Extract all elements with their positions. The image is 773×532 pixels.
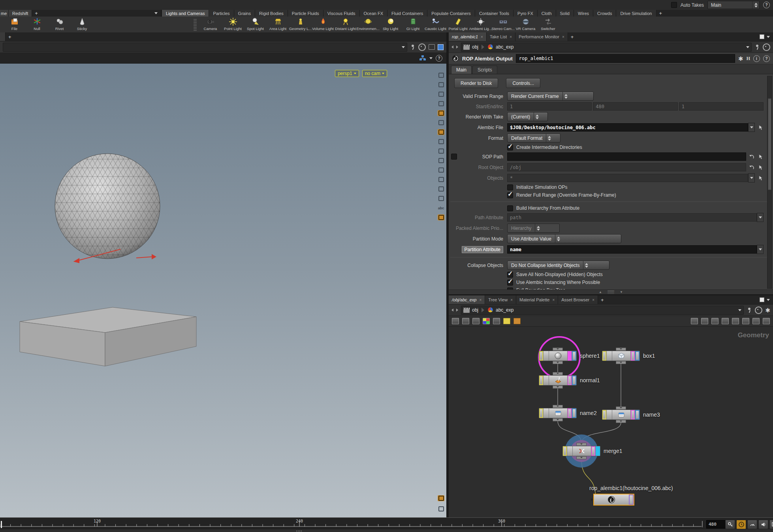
character-icon[interactable] [438,120,444,126]
node-display-flag[interactable] [572,376,576,385]
start-end-inc-field-2[interactable]: 1 [679,102,764,111]
path-dropdown-icon[interactable] [746,46,749,48]
param-tab-take-list[interactable]: Take List× [487,32,515,41]
node-display-flag[interactable] [635,351,639,361]
network-tab-asset-browser[interactable]: Asset Browser× [558,295,598,304]
shelf-tab-drive-simulation[interactable]: Drive Simulation [616,10,656,17]
shelf-tool-spot-light[interactable]: Spot Light [244,17,267,31]
param-path-field[interactable]: obj abc_exp [461,43,752,52]
close-icon[interactable]: × [510,298,513,302]
alembic-file-field[interactable]: $JOB/Desktop/houtocine_006.abc [507,123,748,132]
shelf-tab-ocean-fx[interactable]: Ocean FX [360,10,388,17]
shelf-tool-null[interactable]: Null [26,17,48,31]
close-icon[interactable]: × [510,35,512,39]
undo-icon[interactable] [749,164,755,171]
back-icon[interactable] [451,45,453,49]
param-add-tab-button[interactable]: + [568,32,577,41]
node-bypass-flag[interactable] [539,351,544,361]
node-template-flag[interactable] [591,446,596,456]
network-tab--obj-abc-exp[interactable]: /obj/abc_exp× [449,295,485,304]
radial-menu-icon[interactable] [763,43,770,51]
param-enable-checkbox[interactable] [451,154,457,160]
audio-icon[interactable] [758,520,768,529]
node-merge1[interactable] [562,446,600,456]
node-flag[interactable] [629,494,634,505]
pick-icon[interactable] [757,164,764,171]
pane-tab-stub[interactable] [0,32,6,41]
path-dropdown-icon[interactable] [738,309,741,311]
close-icon[interactable]: × [481,35,483,39]
node-bypass-flag[interactable] [539,376,544,385]
back-icon[interactable] [451,308,453,312]
viewport-help-icon[interactable]: ? [436,55,442,62]
node-display-flag[interactable] [596,446,600,456]
node-output-stub[interactable] [553,361,563,364]
param-help-icon[interactable]: ? [763,55,770,62]
param-scrollbar[interactable] [767,76,772,289]
path-attribute-field[interactable]: path [507,213,757,222]
shelf-tool-sticky[interactable]: Sticky [71,17,93,31]
add-desktop-button[interactable]: + [32,10,41,17]
start-end-inc-field-0[interactable]: 1 [507,102,592,111]
node-tree-icon[interactable] [452,318,459,324]
scene-add-tab-button[interactable]: + [6,32,14,41]
node-bypass-flag[interactable] [563,446,567,456]
shelf-tool-environmen-[interactable]: Environmen... [357,17,379,31]
frame-ruler[interactable]: 120240360 [0,519,704,529]
param-tab-performance-monitor[interactable]: Performance Monitor× [515,32,568,41]
node-display-flag[interactable] [572,351,576,361]
forward-icon[interactable] [456,308,458,312]
shelf-tool-area-light[interactable]: Area Light [267,17,289,31]
partition-attribute-dropdown-icon[interactable] [757,245,764,254]
pane-maximize-icon[interactable] [760,297,764,302]
align-left-icon[interactable] [711,318,718,324]
node-output-stub[interactable] [553,418,563,421]
shelf-tab-wires[interactable]: Wires [574,10,593,17]
node-template-flag[interactable] [631,351,635,361]
help-icon[interactable]: ? [763,2,770,8]
node-name3[interactable] [602,410,640,420]
shelf-tab-populate-containers[interactable]: Populate Containers [427,10,475,17]
info-icon[interactable]: i [753,55,760,62]
shelf-tool-portal-light[interactable]: Portal Light [447,17,469,31]
save-all-non-displayed-hidden-objects-checkbox[interactable] [507,272,513,278]
shelf-tool-ambient-lig-[interactable]: Ambient Lig... [469,17,492,31]
forward-icon[interactable] [456,45,458,49]
node-bypass-flag[interactable] [539,408,544,418]
pane-menu-arrow-icon[interactable] [767,36,770,38]
valid-frame-range-menu[interactable]: Render Current Frame [507,92,594,101]
partition-mode-menu[interactable]: Use Attribute Value [507,234,621,243]
node-template-flag[interactable] [568,351,572,361]
units-icon[interactable] [438,186,444,192]
shelf-tool-distant-light[interactable]: Distant Light [334,17,357,31]
network-hierarchy-icon[interactable] [419,55,426,61]
node-box1[interactable] [602,351,640,361]
lamp-toggle-icon[interactable] [438,506,444,512]
zoom-icon[interactable] [752,318,760,324]
node-output-stub[interactable] [616,420,626,423]
shelf-tool-camera[interactable]: Camera [199,17,222,31]
sketch-icon[interactable] [438,158,444,164]
path-dropdown-icon[interactable] [402,46,405,48]
param-tab-rop-alembic1[interactable]: rop_alembic1× [449,32,487,41]
subtab-scripts[interactable]: Scripts [472,66,497,74]
path-root[interactable]: obj [472,307,478,313]
desktop-tab-Redshift[interactable]: Redshift [9,10,32,17]
shelf-tool-switcher[interactable]: Switcher [537,17,559,31]
pin-icon[interactable] [747,307,752,313]
param-scroll-strip[interactable]: ▲▒▒▒▼ [449,289,773,294]
shelf-tab-grains[interactable]: Grains [234,10,255,17]
toolbar-menu-arrow-icon[interactable] [429,57,433,59]
shelf-tab-container-tools[interactable]: Container Tools [475,10,513,17]
node-bypass-flag[interactable] [602,410,607,419]
grid-display-icon[interactable] [742,318,749,324]
thumbnail-list-icon[interactable] [472,318,480,324]
pick-icon[interactable] [757,154,764,160]
abc-markers-icon[interactable]: abc [438,205,444,211]
color-palette-icon[interactable] [483,318,490,324]
shelf-tab-pyro-fx[interactable]: Pyro FX [513,10,538,17]
node-input-stub[interactable] [553,372,563,375]
format-menu[interactable]: Default Format [507,133,560,143]
shelf-tab-particles[interactable]: Particles [209,10,234,17]
distribute-icon[interactable] [722,318,729,324]
